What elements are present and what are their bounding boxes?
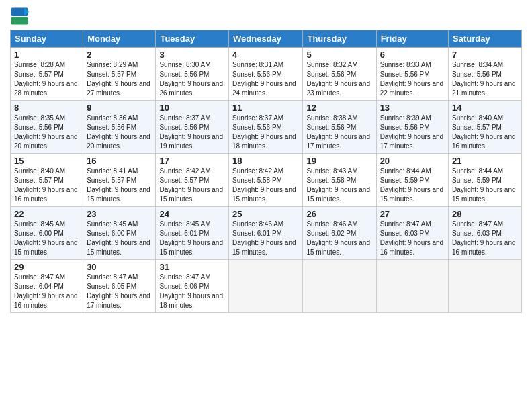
sunrise-label: Sunrise: 8:40 AM (452, 114, 503, 122)
day-number: 9 (87, 103, 152, 113)
calendar-cell: 26 Sunrise: 8:46 AM Sunset: 6:02 PM Dayl… (303, 207, 376, 260)
col-header-sunday: Sunday (11, 30, 83, 48)
calendar-cell: 14 Sunrise: 8:40 AM Sunset: 5:57 PM Dayl… (449, 101, 522, 154)
day-info: Sunrise: 8:44 AM Sunset: 5:59 PM Dayligh… (380, 167, 445, 204)
calendar-week-1: 1 Sunrise: 8:28 AM Sunset: 5:57 PM Dayli… (11, 48, 522, 101)
day-number: 21 (452, 156, 518, 166)
sunset-label: Sunset: 5:57 PM (452, 124, 502, 131)
calendar-cell: 17 Sunrise: 8:42 AM Sunset: 5:57 PM Dayl… (156, 154, 229, 207)
daylight-label: Daylight: 9 hours and 15 minutes. (306, 186, 370, 203)
sunrise-label: Sunrise: 8:47 AM (452, 220, 503, 228)
daylight-label: Daylight: 9 hours and 24 minutes. (232, 80, 296, 97)
day-number: 4 (232, 50, 299, 60)
day-number: 22 (14, 209, 79, 219)
daylight-label: Daylight: 9 hours and 16 minutes. (14, 186, 78, 203)
sunset-label: Sunset: 5:59 PM (380, 177, 430, 184)
calendar-cell (449, 260, 522, 313)
sunrise-label: Sunrise: 8:47 AM (87, 273, 138, 281)
sunrise-label: Sunrise: 8:45 AM (87, 220, 138, 228)
sunrise-label: Sunrise: 8:46 AM (232, 220, 283, 228)
calendar-cell: 23 Sunrise: 8:45 AM Sunset: 6:00 PM Dayl… (83, 207, 156, 260)
day-info: Sunrise: 8:30 AM Sunset: 5:56 PM Dayligh… (159, 60, 225, 98)
day-info: Sunrise: 8:44 AM Sunset: 5:59 PM Dayligh… (452, 167, 518, 204)
day-info: Sunrise: 8:35 AM Sunset: 5:56 PM Dayligh… (14, 113, 79, 151)
day-info: Sunrise: 8:45 AM Sunset: 6:01 PM Dayligh… (159, 220, 225, 257)
calendar-week-2: 8 Sunrise: 8:35 AM Sunset: 5:56 PM Dayli… (11, 101, 522, 154)
sunrise-label: Sunrise: 8:44 AM (380, 167, 431, 175)
sunset-label: Sunset: 6:00 PM (14, 230, 64, 237)
daylight-label: Daylight: 9 hours and 18 minutes. (232, 133, 296, 150)
sunset-label: Sunset: 5:57 PM (14, 177, 64, 184)
col-header-monday: Monday (83, 30, 156, 48)
day-number: 11 (232, 103, 299, 113)
daylight-label: Daylight: 9 hours and 17 minutes. (380, 133, 444, 150)
day-info: Sunrise: 8:33 AM Sunset: 5:56 PM Dayligh… (380, 60, 445, 98)
calendar-cell: 30 Sunrise: 8:47 AM Sunset: 6:05 PM Dayl… (83, 260, 156, 313)
sunrise-label: Sunrise: 8:37 AM (159, 114, 210, 122)
day-info: Sunrise: 8:39 AM Sunset: 5:56 PM Dayligh… (380, 113, 445, 151)
day-number: 30 (87, 262, 152, 272)
day-info: Sunrise: 8:29 AM Sunset: 5:57 PM Dayligh… (87, 60, 152, 98)
day-number: 27 (380, 209, 445, 219)
daylight-label: Daylight: 9 hours and 22 minutes. (380, 80, 444, 97)
calendar-cell: 22 Sunrise: 8:45 AM Sunset: 6:00 PM Dayl… (11, 207, 83, 260)
sunrise-label: Sunrise: 8:37 AM (232, 114, 283, 122)
calendar-cell: 28 Sunrise: 8:47 AM Sunset: 6:03 PM Dayl… (449, 207, 522, 260)
sunrise-label: Sunrise: 8:40 AM (14, 167, 65, 175)
sunset-label: Sunset: 5:56 PM (232, 124, 282, 131)
col-header-friday: Friday (376, 30, 448, 48)
calendar-cell: 29 Sunrise: 8:47 AM Sunset: 6:04 PM Dayl… (11, 260, 83, 313)
calendar-cell: 21 Sunrise: 8:44 AM Sunset: 5:59 PM Dayl… (449, 154, 522, 207)
calendar-cell: 27 Sunrise: 8:47 AM Sunset: 6:03 PM Dayl… (376, 207, 448, 260)
daylight-label: Daylight: 9 hours and 15 minutes. (232, 239, 296, 256)
daylight-label: Daylight: 9 hours and 15 minutes. (232, 186, 296, 203)
sunrise-label: Sunrise: 8:36 AM (87, 114, 138, 122)
sunset-label: Sunset: 5:57 PM (159, 177, 209, 184)
daylight-label: Daylight: 9 hours and 15 minutes. (87, 239, 150, 256)
sunset-label: Sunset: 6:05 PM (87, 283, 136, 290)
sunrise-label: Sunrise: 8:44 AM (452, 167, 503, 175)
daylight-label: Daylight: 9 hours and 16 minutes. (452, 239, 516, 256)
day-number: 20 (380, 156, 445, 166)
sunset-label: Sunset: 6:02 PM (306, 230, 356, 237)
calendar-cell: 10 Sunrise: 8:37 AM Sunset: 5:56 PM Dayl… (156, 101, 229, 154)
sunset-label: Sunset: 5:57 PM (14, 71, 64, 78)
day-info: Sunrise: 8:34 AM Sunset: 5:56 PM Dayligh… (452, 60, 518, 98)
sunset-label: Sunset: 5:59 PM (452, 177, 502, 184)
sunset-label: Sunset: 5:56 PM (159, 124, 209, 131)
day-info: Sunrise: 8:47 AM Sunset: 6:04 PM Dayligh… (14, 273, 79, 310)
day-info: Sunrise: 8:40 AM Sunset: 5:57 PM Dayligh… (452, 113, 518, 151)
day-info: Sunrise: 8:45 AM Sunset: 6:00 PM Dayligh… (87, 220, 152, 257)
day-info: Sunrise: 8:47 AM Sunset: 6:03 PM Dayligh… (452, 220, 518, 257)
daylight-label: Daylight: 9 hours and 15 minutes. (87, 186, 150, 203)
day-number: 29 (14, 262, 79, 272)
calendar-cell: 18 Sunrise: 8:42 AM Sunset: 5:58 PM Dayl… (229, 154, 303, 207)
calendar-cell: 6 Sunrise: 8:33 AM Sunset: 5:56 PM Dayli… (376, 48, 448, 101)
sunrise-label: Sunrise: 8:30 AM (159, 61, 210, 68)
sunrise-label: Sunrise: 8:38 AM (306, 114, 357, 122)
daylight-label: Daylight: 9 hours and 16 minutes. (14, 292, 78, 309)
calendar-week-5: 29 Sunrise: 8:47 AM Sunset: 6:04 PM Dayl… (11, 260, 522, 313)
sunrise-label: Sunrise: 8:33 AM (380, 61, 431, 68)
calendar-cell: 9 Sunrise: 8:36 AM Sunset: 5:56 PM Dayli… (83, 101, 156, 154)
daylight-label: Daylight: 9 hours and 15 minutes. (159, 186, 223, 203)
day-info: Sunrise: 8:40 AM Sunset: 5:57 PM Dayligh… (14, 167, 79, 204)
calendar-cell: 1 Sunrise: 8:28 AM Sunset: 5:57 PM Dayli… (11, 48, 83, 101)
day-info: Sunrise: 8:47 AM Sunset: 6:05 PM Dayligh… (87, 273, 152, 310)
calendar-cell: 2 Sunrise: 8:29 AM Sunset: 5:57 PM Dayli… (83, 48, 156, 101)
day-number: 26 (306, 209, 372, 219)
day-info: Sunrise: 8:37 AM Sunset: 5:56 PM Dayligh… (232, 113, 299, 151)
daylight-label: Daylight: 9 hours and 17 minutes. (306, 133, 370, 150)
header (10, 7, 522, 26)
calendar-cell: 13 Sunrise: 8:39 AM Sunset: 5:56 PM Dayl… (376, 101, 448, 154)
calendar-cell: 12 Sunrise: 8:38 AM Sunset: 5:56 PM Dayl… (303, 101, 376, 154)
day-info: Sunrise: 8:43 AM Sunset: 5:58 PM Dayligh… (306, 167, 372, 204)
day-info: Sunrise: 8:47 AM Sunset: 6:03 PM Dayligh… (380, 220, 445, 257)
day-number: 16 (87, 156, 152, 166)
day-info: Sunrise: 8:45 AM Sunset: 6:00 PM Dayligh… (14, 220, 79, 257)
sunrise-label: Sunrise: 8:41 AM (87, 167, 138, 175)
sunrise-label: Sunrise: 8:45 AM (159, 220, 210, 228)
sunrise-label: Sunrise: 8:45 AM (14, 220, 65, 228)
daylight-label: Daylight: 9 hours and 20 minutes. (87, 133, 150, 150)
daylight-label: Daylight: 9 hours and 15 minutes. (159, 239, 223, 256)
